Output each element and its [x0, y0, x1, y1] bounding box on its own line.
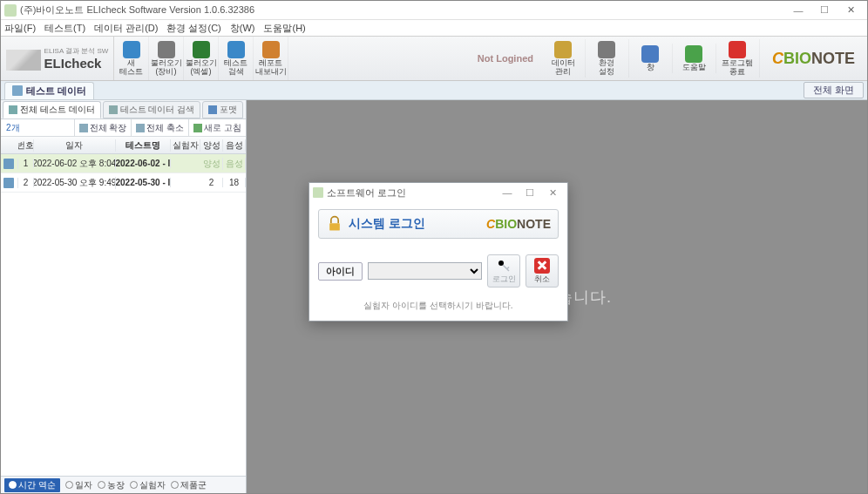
ribbon: ELISA 결과 분석 SW ELIcheck 새 테스트불러오기 (장비)불러… — [1, 36, 867, 81]
ribbon-left-2[interactable]: 불러오기 (엑셀) — [184, 37, 219, 80]
svg-rect-0 — [329, 223, 340, 230]
col-experimenter[interactable]: 실험자 — [171, 139, 200, 152]
dialog-note: 실험자 아이디를 선택하시기 바랍니다. — [318, 300, 559, 312]
id-label: 아이디 — [318, 262, 363, 281]
dialog-icon — [313, 187, 323, 198]
fullscreen-button[interactable]: 전체 화면 — [804, 82, 864, 98]
window-minimize[interactable]: — — [785, 3, 811, 18]
col-no[interactable]: 번호 — [18, 139, 34, 152]
row-icon — [3, 159, 14, 169]
close-icon — [534, 258, 550, 274]
document-tab-icon — [12, 85, 23, 96]
document-tab[interactable]: 테스트 데이터 — [4, 82, 94, 99]
menu-bar: 파일(F) 테스트(T) 데이터 관리(D) 환경 설정(C) 창(W) 도움말… — [1, 20, 867, 36]
ribbon-left-3[interactable]: 테스트 검색 — [219, 37, 254, 80]
logo-text: ELIcheck — [44, 56, 109, 71]
ribbon-right-4[interactable]: 프로그램 종료 — [716, 39, 760, 78]
col-negative[interactable]: 음성 — [223, 139, 246, 152]
refresh-button[interactable]: 새로 고침 — [188, 119, 246, 136]
filter-product[interactable]: 제품군 — [171, 479, 207, 491]
subtab-format[interactable]: 포맷 — [202, 101, 243, 118]
table-header: 번호 일자 테스트명 실험자 양성 음성 — [1, 137, 246, 154]
ribbon-left-1[interactable]: 불러오기 (장비) — [149, 37, 184, 80]
document-tab-label: 테스트 데이터 — [26, 85, 86, 98]
ribbon-right-1-icon — [598, 41, 615, 58]
dialog-heading: 시스템 로그인 — [349, 216, 486, 232]
ribbon-right-3-icon — [685, 45, 702, 63]
ribbon-right-2-icon — [641, 45, 659, 63]
window-close[interactable]: ✕ — [837, 3, 864, 18]
ribbon-right-0[interactable]: 데이터 관리 — [542, 39, 586, 78]
lock-icon — [326, 215, 343, 233]
ribbon-right-2[interactable]: 창 — [629, 44, 673, 73]
menu-window[interactable]: 창(W) — [230, 22, 255, 35]
filter-experimenter[interactable]: 실험자 — [130, 479, 166, 491]
collapse-all-button[interactable]: 전체 축소 — [131, 119, 188, 136]
menu-settings[interactable]: 환경 설정(C) — [166, 22, 220, 35]
dialog-title: 소프트웨어 로그인 — [327, 186, 406, 200]
dialog-heading-bar: 시스템 로그인 CBIONOTE — [318, 209, 559, 239]
collapse-icon — [136, 124, 145, 132]
filter-time-desc[interactable]: 시간 역순 — [4, 478, 60, 492]
ribbon-left-1-icon — [158, 41, 175, 58]
app-logo: ELISA 결과 분석 SW ELIcheck — [1, 37, 114, 80]
dialog-brand: CBIONOTE — [486, 217, 551, 231]
row-count: 2개 — [1, 122, 25, 134]
cancel-button[interactable]: 취소 — [526, 254, 559, 288]
filter-farm[interactable]: 농장 — [98, 479, 125, 491]
window-title: (주)바이오노트 ELIcheck Software Version 1.0.6… — [20, 3, 254, 17]
dialog-maximize[interactable]: ☐ — [519, 187, 541, 199]
list-icon — [9, 105, 17, 114]
svg-point-1 — [498, 261, 504, 266]
key-icon — [496, 258, 512, 274]
ribbon-left-2-icon — [193, 41, 210, 58]
ribbon-right-1[interactable]: 환경 설정 — [586, 39, 629, 78]
dialog-titlebar[interactable]: 소프트웨어 로그인 — ☐ ✕ — [309, 183, 567, 202]
refresh-icon — [193, 124, 202, 132]
logo-image — [6, 50, 41, 71]
subtab-search[interactable]: 테스트 데이터 검색 — [103, 101, 201, 118]
menu-data[interactable]: 데이터 관리(D) — [94, 22, 158, 35]
ribbon-right-0-icon — [554, 41, 572, 58]
document-tab-strip: 테스트 데이터 전체 화면 — [1, 81, 867, 100]
ribbon-left-4[interactable]: 레포트 내보내기 — [254, 37, 288, 80]
id-select[interactable] — [368, 262, 482, 280]
login-status: Not Logined — [469, 53, 542, 64]
subtab-all-data[interactable]: 전체 테스트 데이터 — [3, 101, 101, 118]
filter-date[interactable]: 일자 — [65, 479, 92, 491]
login-button[interactable]: 로그인 — [487, 254, 520, 288]
ribbon-left-4-icon — [262, 41, 280, 58]
col-positive[interactable]: 양성 — [200, 139, 223, 152]
ribbon-left-0[interactable]: 새 테스트 — [114, 37, 149, 80]
dialog-minimize[interactable]: — — [496, 187, 519, 198]
window-maximize[interactable]: ☐ — [811, 3, 837, 18]
ribbon-left-3-icon — [227, 41, 245, 58]
menu-help[interactable]: 도움말(H) — [263, 22, 305, 35]
left-filter-bar: 시간 역순 일자 농장 실험자 제품군 — [1, 476, 246, 493]
window-titlebar: (주)바이오노트 ELIcheck Software Version 1.0.6… — [1, 1, 867, 20]
left-subtabs: 전체 테스트 데이터 테스트 데이터 검색 포맷 — [1, 100, 246, 119]
menu-file[interactable]: 파일(F) — [4, 22, 36, 35]
left-toolbar: 2개 전체 확장 전체 축소 새로 고침 — [1, 119, 246, 137]
table-row[interactable]: 12022-06-02 오후 8:042022-06-02 - I양성음성 — [1, 154, 246, 173]
ribbon-right-4-icon — [729, 41, 746, 58]
ribbon-left-0-icon — [123, 41, 140, 58]
login-dialog: 소프트웨어 로그인 — ☐ ✕ 시스템 로그인 CBIONOTE 아이디 로그인… — [309, 182, 568, 321]
left-panel: 전체 테스트 데이터 테스트 데이터 검색 포맷 2개 전체 확장 전체 축소 … — [1, 100, 247, 493]
table-row[interactable]: 22022-05-30 오후 9:492022-05-30 - I218 — [1, 173, 246, 193]
format-icon — [208, 105, 217, 114]
col-date[interactable]: 일자 — [34, 139, 116, 152]
app-icon — [4, 4, 17, 17]
menu-test[interactable]: 테스트(T) — [44, 22, 85, 35]
row-icon — [3, 178, 14, 188]
expand-all-button[interactable]: 전체 확장 — [74, 119, 132, 136]
ribbon-right-3[interactable]: 도움말 — [673, 44, 716, 73]
col-name[interactable]: 테스트명 — [116, 139, 172, 152]
brand-logo: CBIONOTE — [760, 50, 867, 68]
expand-icon — [79, 124, 88, 132]
dialog-close[interactable]: ✕ — [541, 187, 564, 199]
logo-subtitle: ELISA 결과 분석 SW — [44, 46, 109, 56]
search-icon — [109, 105, 118, 114]
data-table: 번호 일자 테스트명 실험자 양성 음성 12022-06-02 오후 8:04… — [1, 137, 246, 193]
